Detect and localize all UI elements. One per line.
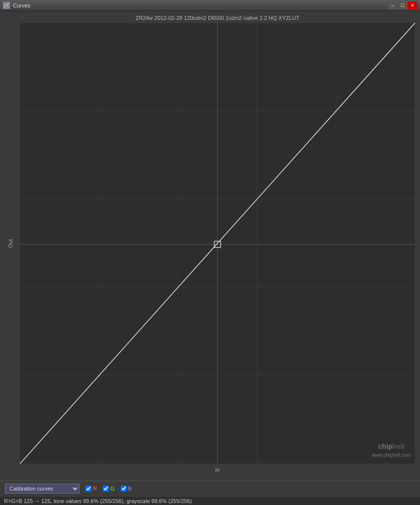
chart-area: ZR24w 2012-02-28 120cdm2 D6500 1cdm2 nat… [0,11,420,481]
maximize-button[interactable]: ☐ [398,1,407,9]
watermark-url: www.chiphell.com [372,452,411,458]
y-axis-label: Out [7,239,13,248]
channel-r-label: R [93,486,97,492]
channel-b-label: B [128,486,132,492]
chart-container: Out [20,23,415,464]
watermark-line2: hell [393,442,405,450]
bottom-bar: Calibration curves R G B [0,481,420,496]
x-axis-label: In [215,467,220,473]
channel-g-checkbox-group: G [103,486,115,492]
app-icon [3,2,10,9]
channel-b-checkbox-group: B [121,486,132,492]
window-title: Curves [13,2,30,8]
chart-svg: 255 204 153 102 51 0 0 51 102 153 204 25… [20,23,415,464]
curves-dropdown[interactable]: Calibration curves [5,484,80,494]
channel-g-label: G [110,486,115,492]
channel-b-checkbox[interactable] [121,486,127,492]
watermark: chiphell www.chiphell.com [372,442,411,459]
minimize-button[interactable]: – [388,1,397,9]
window-content: ZR24w 2012-02-28 120cdm2 D6500 1cdm2 nat… [0,11,420,505]
titlebar: Curves – ☐ ✕ [0,0,420,11]
channel-r-checkbox[interactable] [85,486,91,492]
titlebar-left: Curves [3,2,30,9]
status-bar: R=G=B 125 → 125, tone values 99.6% (255/… [0,496,420,505]
channel-g-checkbox[interactable] [103,486,109,492]
channel-r-checkbox-group: R [85,486,97,492]
close-button[interactable]: ✕ [408,1,417,9]
chart-title: ZR24w 2012-02-28 120cdm2 D6500 1cdm2 nat… [20,15,415,21]
watermark-line1: chip [378,442,393,450]
window-controls: – ☐ ✕ [388,1,417,9]
status-text: R=G=B 125 → 125, tone values 99.6% (255/… [4,498,192,504]
